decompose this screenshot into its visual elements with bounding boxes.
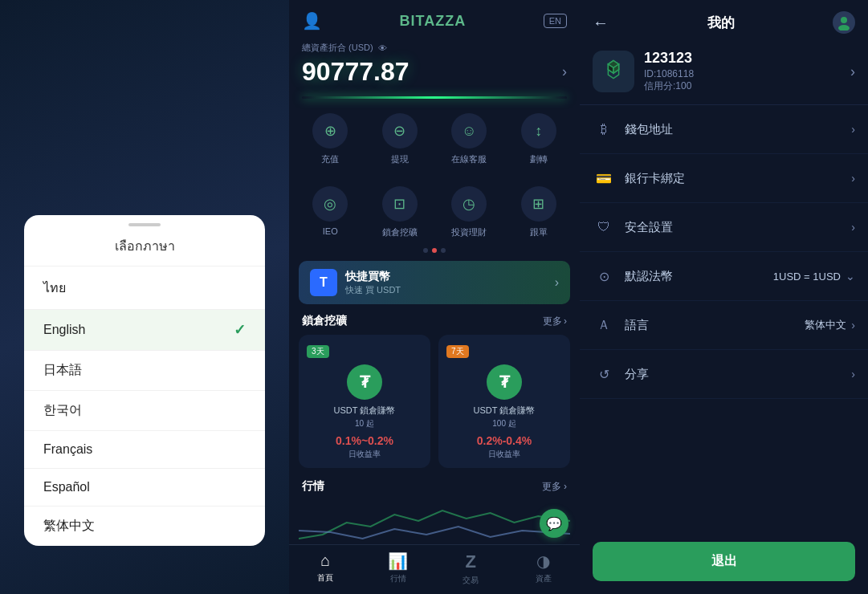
profile-credit: 信用分:100 — [644, 79, 850, 93]
action-invest[interactable]: ◷ 投資理財 — [434, 180, 504, 245]
tab-home[interactable]: ⌂ 首頁 — [289, 545, 362, 594]
language-item-korean[interactable]: 한국어 — [24, 390, 265, 430]
mid-header: 👤 BITAZZA EN — [289, 0, 580, 39]
eye-icon[interactable]: 👁 — [378, 43, 387, 53]
language-item-japanese[interactable]: 日本語 — [24, 350, 265, 390]
wallet-icon: ₿ — [593, 118, 615, 140]
page-dots — [289, 248, 580, 253]
profile-name: 123123 — [644, 50, 850, 67]
market-more[interactable]: 更多 › — [542, 480, 567, 494]
action-withdraw[interactable]: ⊖ 提現 — [365, 107, 435, 172]
menu-item-currency[interactable]: ⊙ 默認法幣 1USD = 1USD ⌄ — [580, 252, 868, 301]
tab-market[interactable]: 📊 行情 — [362, 545, 435, 594]
market-header: 行情 更多 › — [289, 476, 580, 498]
menu-arrow-bank: › — [851, 172, 855, 185]
security-icon: 🛡 — [593, 216, 615, 238]
language-item-chinese[interactable]: 繁体中文 — [24, 506, 265, 546]
language-icon: Ａ — [593, 314, 615, 336]
app-title: BITAZZA — [400, 13, 467, 30]
profile-id: ID:1086118 — [644, 68, 850, 79]
language-label-french: Français — [43, 442, 92, 457]
lock-cards: 3天 ₮ USDT 鎖倉賺幣 10 起 0.1%~0.2% 日收益率 7天 ₮ … — [289, 335, 580, 468]
menu-item-security[interactable]: 🛡 安全設置 › — [580, 203, 868, 252]
tab-trade[interactable]: Z 交易 — [434, 545, 507, 594]
menu-item-language[interactable]: Ａ 語言 繁体中文 › — [580, 301, 868, 350]
language-item-thai[interactable]: ไทย — [24, 266, 265, 309]
customer-label: 在線客服 — [451, 153, 487, 165]
banner-sub: 快速 買 USDT — [345, 284, 555, 296]
language-label-chinese: 繁体中文 — [43, 518, 95, 535]
check-icon: ✓ — [234, 321, 246, 339]
card-badge-7day: 7天 — [446, 345, 469, 358]
dot-1 — [423, 248, 428, 253]
grid-icon: ⊞ — [521, 186, 556, 222]
invest-label: 投資理財 — [451, 226, 487, 238]
menu-label-bank: 銀行卡綁定 — [625, 171, 851, 186]
action-deposit[interactable]: ⊕ 充值 — [295, 107, 365, 172]
balance-section: 總資產折合 (USD) 👁 90777.87 › — [289, 39, 580, 96]
green-glow-bar — [302, 96, 567, 99]
card-name-7day: USDT 鎖倉賺幣 — [446, 405, 562, 417]
ieo-icon: ◎ — [312, 186, 348, 222]
action-transfer[interactable]: ↕ 劃轉 — [504, 107, 574, 172]
profile-card[interactable]: 123123 ID:1086118 信用分:100 › — [580, 42, 868, 105]
modal-handle-bar — [128, 223, 161, 226]
dot-3 — [441, 248, 446, 253]
lock-section-title: 鎖倉挖礦 — [302, 314, 347, 328]
profile-icon[interactable]: 👤 — [302, 11, 322, 31]
menu-arrow-language: › — [851, 319, 855, 332]
tab-assets[interactable]: ◑ 資產 — [507, 545, 581, 594]
profile-logo — [593, 51, 634, 92]
action-lock[interactable]: ⊡ 鎖倉挖礦 — [365, 180, 435, 245]
back-button[interactable]: ← — [593, 14, 609, 32]
profile-info: 123123 ID:1086118 信用分:100 — [644, 50, 850, 93]
lock-icon: ⊡ — [382, 186, 418, 222]
lock-card-3day[interactable]: 3天 ₮ USDT 鎖倉賺幣 10 起 0.1%~0.2% 日收益率 — [299, 335, 430, 468]
support-button[interactable]: 💬 — [540, 509, 568, 538]
menu-item-share[interactable]: ↺ 分享 › — [580, 350, 868, 399]
card-coin-7day: ₮ — [487, 364, 522, 400]
withdraw-icon: ⊖ — [382, 113, 418, 148]
right-header: ← 我的 — [580, 0, 868, 42]
bank-icon: 💳 — [593, 167, 615, 189]
menu-item-wallet[interactable]: ₿ 錢包地址 › — [580, 105, 868, 154]
balance-label: 總資產折合 (USD) 👁 — [302, 42, 567, 54]
menu-item-bank[interactable]: 💳 銀行卡綁定 › — [580, 154, 868, 203]
card-min-7day: 100 起 — [446, 418, 562, 429]
left-panel: เลือกภาษา ไทย English ✓ 日本語 한국어 Français… — [0, 0, 289, 594]
logout-button[interactable]: 退出 — [593, 542, 855, 581]
share-icon: ↺ — [593, 363, 615, 385]
withdraw-label: 提現 — [391, 153, 409, 165]
menu-label-language: 語言 — [625, 318, 805, 333]
balance-arrow[interactable]: › — [562, 63, 567, 80]
card-min-3day: 10 起 — [307, 418, 422, 429]
action-ieo[interactable]: ◎ IEO — [295, 180, 365, 245]
balance-row: 90777.87 › — [302, 57, 567, 87]
lock-label: 鎖倉挖礦 — [382, 226, 418, 238]
lock-card-7day[interactable]: 7天 ₮ USDT 鎖倉賺幣 100 起 0.2%-0.4% 日收益率 — [438, 335, 570, 468]
tab-home-label: 首頁 — [317, 572, 333, 584]
banner-text: 快捷買幣 快速 買 USDT — [345, 270, 555, 296]
quick-buy-banner[interactable]: T 快捷買幣 快速 買 USDT › — [299, 261, 570, 304]
bottom-tab-bar: ⌂ 首頁 📊 行情 Z 交易 ◑ 資產 — [289, 544, 580, 594]
language-modal: เลือกภาษา ไทย English ✓ 日本語 한국어 Français… — [24, 215, 265, 546]
language-toggle[interactable]: EN — [544, 14, 567, 28]
tab-trade-label: 交易 — [463, 575, 479, 586]
right-header-title: 我的 — [707, 14, 735, 32]
language-label-thai: ไทย — [43, 278, 66, 298]
language-label-english: English — [43, 323, 85, 337]
action-grid[interactable]: ⊞ 跟單 — [504, 180, 574, 245]
language-item-french[interactable]: Français — [24, 430, 265, 468]
language-item-english[interactable]: English ✓ — [24, 309, 265, 350]
right-panel: ← 我的 123123 ID:1086118 信用分: — [580, 0, 868, 594]
card-rate-3day: 0.1%~0.2% — [307, 434, 422, 447]
menu-arrow-share: › — [851, 368, 855, 380]
banner-title: 快捷買幣 — [345, 270, 555, 284]
header-avatar — [833, 11, 855, 34]
lock-section-more[interactable]: 更多 › — [543, 315, 567, 328]
svg-point-2 — [838, 25, 850, 31]
action-customer[interactable]: ☺ 在線客服 — [434, 107, 504, 172]
language-item-spanish[interactable]: Español — [24, 468, 265, 506]
language-label-korean: 한국어 — [43, 402, 82, 419]
card-coin-3day: ₮ — [347, 364, 382, 400]
